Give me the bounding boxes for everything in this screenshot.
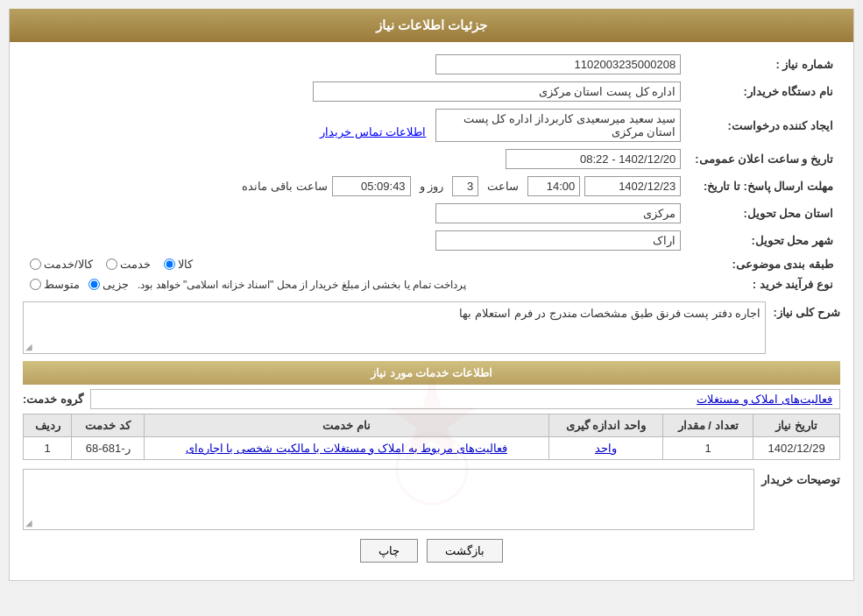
cell-quantity: 1 <box>663 437 753 460</box>
deadline-label: مهلت ارسال پاسخ: تا تاریخ: <box>688 173 840 200</box>
purchase-note: پرداخت تمام یا بخشی از مبلغ خریدار از مح… <box>138 279 466 291</box>
city-box: اراک <box>435 230 681 251</box>
cell-row: 1 <box>24 437 72 460</box>
purchase-type-option-motavaset: متوسط <box>30 278 80 291</box>
buyer-org-box: اداره کل پست استان مرکزی <box>313 81 681 102</box>
purchase-type-row: نوع فرآیند خرید : متوسط جزیی پرداخت <box>23 274 840 294</box>
service-group-row: گروه خدمت: فعالیت‌های املاک و مستغلات <box>23 389 840 409</box>
col-date: تاریخ نیاز <box>753 414 840 437</box>
buyer-org-row: نام دستگاه خریدار: اداره کل پست استان مر… <box>23 78 840 105</box>
services-table-header-row: تاریخ نیاز تعداد / مقدار واحد اندازه گیر… <box>24 414 840 437</box>
buyer-org-label: نام دستگاه خریدار: <box>688 78 840 105</box>
category-label-kala-khedmat: کالا/خدمت <box>44 258 93 271</box>
category-label-kala: کالا <box>178 258 193 271</box>
button-group: بازگشت چاپ <box>23 539 840 563</box>
purchase-type-label: نوع فرآیند خرید : <box>688 274 840 294</box>
table-row: 1402/12/29 1 واحد فعالیت‌های مربوط به ام… <box>24 437 840 460</box>
need-desc-value: اجاره دفتر پست فرنق طبق مشخصات مندرج در … <box>459 307 760 320</box>
creator-box: سید سعید میرسعیدی کاربرداز اداره کل پست … <box>435 109 681 142</box>
need-number-row: شماره نیاز : 1102003235000208 <box>23 51 840 78</box>
need-desc-section: شرح کلی نیاز: اجاره دفتر پست فرنق طبق مش… <box>23 301 840 354</box>
deadline-time-label: ساعت <box>487 180 519 193</box>
print-button[interactable]: چاپ <box>360 539 418 563</box>
services-table-body: 1402/12/29 1 واحد فعالیت‌های مربوط به ام… <box>24 437 840 460</box>
category-radio-kala-khedmat[interactable] <box>30 258 41 270</box>
service-group-value: فعالیت‌های املاک و مستغلات <box>90 389 840 409</box>
deadline-time-box: 14:00 <box>527 176 580 196</box>
col-code: کد خدمت <box>72 414 145 437</box>
need-number-label: شماره نیاز : <box>688 51 840 78</box>
announce-box: 1402/12/20 - 08:22 <box>506 149 681 169</box>
need-desc-container: اجاره دفتر پست فرنق طبق مشخصات مندرج در … <box>23 301 766 354</box>
buyer-notes-box: ◢ <box>23 469 754 530</box>
province-row: استان محل تحویل: مرکزی <box>23 200 840 227</box>
deadline-value: ساعت باقی مانده 05:09:43 روز و 3 ساعت 14… <box>23 173 688 200</box>
category-radio-group: کالا/خدمت خدمت کالا <box>30 258 681 271</box>
city-label: شهر محل تحویل: <box>688 227 840 254</box>
buyer-notes-container: ◢ <box>23 469 754 530</box>
col-row: ردیف <box>24 414 72 437</box>
category-radio-kala[interactable] <box>164 258 175 270</box>
services-table: تاریخ نیاز تعداد / مقدار واحد اندازه گیر… <box>23 414 840 460</box>
back-button[interactable]: بازگشت <box>427 539 503 563</box>
cell-code: ر-681-68 <box>72 437 145 460</box>
purchase-type-radio-motavaset[interactable] <box>30 279 41 290</box>
deadline-days-box: 3 <box>452 176 478 196</box>
province-value: مرکزی <box>23 200 688 227</box>
deadline-date-box: 1402/12/23 <box>584 176 681 196</box>
category-option-kala-khedmat: کالا/خدمت <box>30 258 93 271</box>
info-table: شماره نیاز : 1102003235000208 نام دستگاه… <box>23 51 840 294</box>
creator-value: سید سعید میرسعیدی کاربرداز اداره کل پست … <box>23 105 688 145</box>
category-option-khedmat: خدمت <box>106 258 151 271</box>
services-section-header: اطلاعات خدمات مورد نیاز <box>23 361 840 385</box>
resize-handle: ◢ <box>25 342 32 351</box>
resize-handle-2: ◢ <box>25 518 32 527</box>
col-unit: واحد اندازه گیری <box>548 414 662 437</box>
buyer-org-value: اداره کل پست استان مرکزی <box>23 78 688 105</box>
purchase-type-label-motavaset: متوسط <box>44 278 80 291</box>
col-quantity: تعداد / مقدار <box>663 414 753 437</box>
need-number-value: 1102003235000208 <box>23 51 688 78</box>
announce-value: 1402/12/20 - 08:22 <box>23 145 688 173</box>
need-desc-label: شرح کلی نیاز: <box>773 306 840 319</box>
unit-link[interactable]: واحد <box>595 442 617 455</box>
category-label: طبقه بندی موضوعی: <box>688 254 840 274</box>
deadline-row: مهلت ارسال پاسخ: تا تاریخ: ساعت باقی مان… <box>23 173 840 200</box>
city-value: اراک <box>23 227 688 254</box>
deadline-remaining-box: 05:09:43 <box>332 176 411 196</box>
creator-label: ایجاد کننده درخواست: <box>688 105 840 145</box>
contact-link[interactable]: اطلاعات تماس خریدار <box>320 125 426 138</box>
page-wrapper: جزئیات اطلاعات نیاز شماره نیاز : 1102003… <box>0 0 863 616</box>
purchase-type-label-jozyi: جزیی <box>103 278 129 291</box>
service-group-link[interactable]: فعالیت‌های املاک و مستغلات <box>697 393 832 406</box>
purchase-type-option-jozyi: جزیی <box>88 278 129 291</box>
content-area: شماره نیاز : 1102003235000208 نام دستگاه… <box>10 42 853 580</box>
buyer-notes-label: توصیحات خریدار <box>761 473 840 486</box>
deadline-day-label: روز و <box>420 180 444 193</box>
services-table-head: تاریخ نیاز تعداد / مقدار واحد اندازه گیر… <box>24 414 840 437</box>
announce-label: تاریخ و ساعت اعلان عمومی: <box>688 145 840 173</box>
buyer-notes-section: توصیحات خریدار ◢ <box>23 469 840 530</box>
purchase-type-radio-jozyi[interactable] <box>88 279 100 290</box>
category-radio-khedmat[interactable] <box>106 258 117 270</box>
purchase-type-value: متوسط جزیی پرداخت تمام یا بخشی از مبلغ خ… <box>23 274 688 294</box>
need-number-box: 1102003235000208 <box>435 54 681 74</box>
page-title: جزئیات اطلاعات نیاز <box>10 9 853 42</box>
creator-row: ایجاد کننده درخواست: سید سعید میرسعیدی ک… <box>23 105 840 145</box>
category-option-kala: کالا <box>164 258 193 271</box>
category-value: کالا/خدمت خدمت کالا <box>23 254 688 274</box>
province-label: استان محل تحویل: <box>688 200 840 227</box>
col-service-name: نام خدمت <box>144 414 548 437</box>
cell-date: 1402/12/29 <box>753 437 840 460</box>
category-row: طبقه بندی موضوعی: کالا/خدمت خدمت <box>23 254 840 274</box>
deadline-remaining-label: ساعت باقی مانده <box>242 180 327 193</box>
cell-service: فعالیت‌های مربوط به املاک و مستغلات با م… <box>144 437 548 460</box>
main-card: جزئیات اطلاعات نیاز شماره نیاز : 1102003… <box>9 9 854 581</box>
city-row: شهر محل تحویل: اراک <box>23 227 840 254</box>
cell-unit: واحد <box>548 437 662 460</box>
category-label-khedmat: خدمت <box>120 258 151 271</box>
announce-row: تاریخ و ساعت اعلان عمومی: 1402/12/20 - 0… <box>23 145 840 173</box>
province-box: مرکزی <box>435 203 681 223</box>
service-group-label: گروه خدمت: <box>23 393 83 406</box>
need-desc-box: اجاره دفتر پست فرنق طبق مشخصات مندرج در … <box>23 301 766 354</box>
